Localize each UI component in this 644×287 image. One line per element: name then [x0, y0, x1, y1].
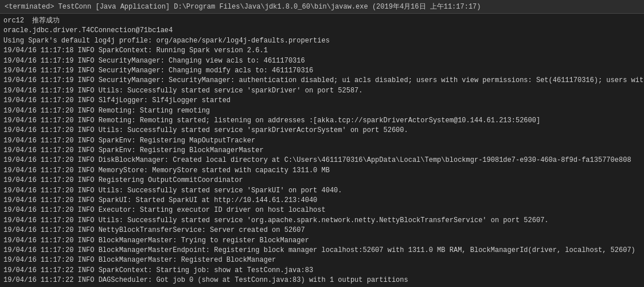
- log-line: 19/04/16 11:17:20 INFO NettyBlockTransfe…: [3, 226, 641, 235]
- title-bar: <terminated> TestConn [Java Application]…: [0, 0, 644, 14]
- log-line: 19/04/16 11:17:20 INFO Executor: Startin…: [3, 205, 641, 215]
- log-line: 19/04/16 11:17:20 INFO BlockManagerMaste…: [3, 236, 641, 246]
- log-line: Using Spark's default log4j profile: org…: [3, 36, 641, 46]
- log-line: 19/04/16 11:17:19 INFO SecurityManager: …: [3, 66, 641, 76]
- console-output: orc12 推荐成功oracle.jdbc.driver.T4CConnecti…: [0, 14, 644, 287]
- log-line: 19/04/16 11:17:19 INFO SecurityManager: …: [3, 76, 641, 86]
- log-line: 19/04/16 11:17:20 INFO Utils: Successful…: [3, 216, 641, 226]
- log-line: 19/04/16 11:17:22 INFO DAGScheduler: Got…: [3, 276, 641, 285]
- log-line: 19/04/16 11:17:19 INFO Utils: Successful…: [3, 86, 641, 96]
- log-line: 19/04/16 11:17:19 INFO SecurityManager: …: [3, 56, 641, 66]
- log-line: 19/04/16 11:17:20 INFO BlockManagerMaste…: [3, 255, 641, 265]
- log-line: 19/04/16 11:17:20 INFO Slf4jLogger: Slf4…: [3, 96, 641, 106]
- log-line: 19/04/16 11:17:20 INFO Registering Outpu…: [3, 176, 641, 185]
- log-line: 19/04/16 11:17:22 INFO SparkContext: Sta…: [3, 266, 641, 276]
- log-line: oracle.jdbc.driver.T4CConnection@71bc1ae…: [3, 26, 641, 36]
- log-line: 19/04/16 11:17:20 INFO SparkUI: Started …: [3, 196, 641, 205]
- log-line: 19/04/16 11:17:18 INFO SparkContext: Run…: [3, 46, 641, 56]
- log-line: 19/04/16 11:17:20 INFO Utils: Successful…: [3, 186, 641, 196]
- log-line: 19/04/16 11:17:20 INFO SparkEnv: Registe…: [3, 136, 641, 146]
- log-line: orc12 推荐成功: [3, 16, 641, 26]
- log-line: 19/04/16 11:17:20 INFO DiskBlockManager:…: [3, 156, 641, 165]
- log-line: 19/04/16 11:17:20 INFO SparkEnv: Registe…: [3, 146, 641, 156]
- log-line: 19/04/16 11:17:20 INFO BlockManagerMaste…: [3, 246, 641, 255]
- log-line: 19/04/16 11:17:20 INFO MemoryStore: Memo…: [3, 166, 641, 176]
- log-line: 19/04/16 11:17:20 INFO Utils: Successful…: [3, 126, 641, 135]
- title-text: <terminated> TestConn [Java Application]…: [5, 3, 481, 11]
- log-line: 19/04/16 11:17:20 INFO Remoting: Remotin…: [3, 116, 641, 126]
- log-line: 19/04/16 11:17:20 INFO Remoting: Startin…: [3, 106, 641, 116]
